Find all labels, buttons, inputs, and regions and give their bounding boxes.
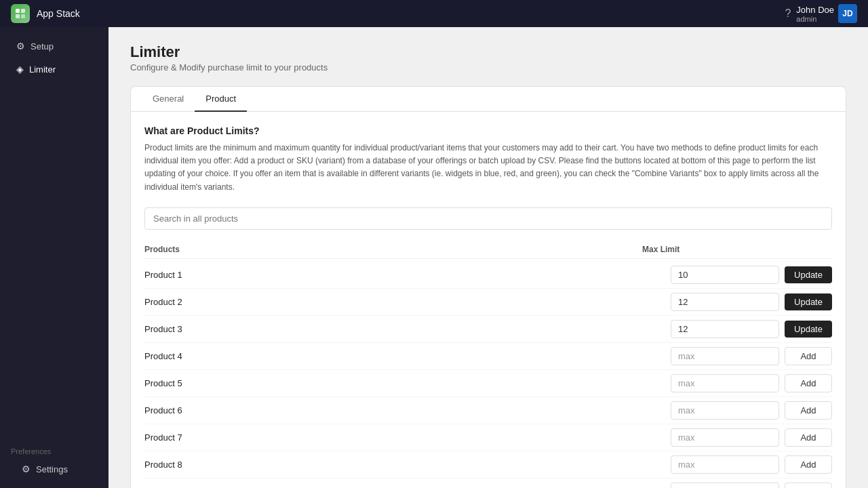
app-name: App Stack (37, 8, 80, 19)
product-name: Product 6 (144, 405, 671, 415)
table-header: Products Max Limit (144, 241, 832, 259)
product-name: Product 8 (144, 460, 671, 470)
max-limit-input[interactable] (671, 293, 779, 311)
page-title: Limiter (130, 43, 846, 61)
update-button[interactable]: Update (785, 293, 832, 310)
product-name: Product 7 (144, 432, 671, 443)
svg-rect-1 (21, 9, 25, 13)
svg-rect-2 (16, 14, 20, 18)
help-button[interactable]: ? (785, 7, 791, 20)
app-icon (11, 4, 30, 23)
main-content: Limiter Configure & Modify purchase limi… (108, 27, 868, 488)
avatar: JD (838, 4, 857, 23)
svg-rect-3 (21, 14, 25, 18)
product-name: Product 1 (144, 270, 671, 280)
sidebar-item-label: Setup (31, 41, 54, 52)
max-limit-input[interactable] (671, 266, 779, 284)
tab-general[interactable]: General (142, 87, 195, 112)
add-button[interactable]: Add (785, 374, 832, 392)
product-name: Product 4 (144, 351, 671, 361)
table-row: Product 6Add (144, 397, 832, 424)
col-products-header: Products (144, 245, 642, 254)
sidebar-section-label: Preferences (5, 447, 103, 458)
sidebar-bottom: Preferences ⚙ Settings (0, 447, 108, 480)
add-button[interactable]: Add (785, 347, 832, 365)
product-name: Product 3 (144, 324, 671, 334)
topbar-left: App Stack (11, 4, 80, 23)
topbar: App Stack ? John Doe admin JD (0, 0, 868, 27)
table-row: Product 2Update (144, 289, 832, 316)
user-name: John Doe (796, 5, 834, 15)
sidebar-item-setup[interactable]: ⚙ Setup (5, 35, 103, 57)
setup-icon: ⚙ (16, 41, 25, 52)
add-button[interactable]: Add (785, 483, 832, 488)
table-row: Product 5Add (144, 370, 832, 397)
add-button[interactable]: Add (785, 401, 832, 420)
table-row: Product 4Add (144, 343, 832, 370)
max-limit-input[interactable] (671, 455, 779, 474)
table-row: Product 3Update (144, 316, 832, 343)
add-button[interactable]: Add (785, 455, 832, 474)
limiter-icon: ◈ (16, 64, 24, 75)
sidebar-item-settings[interactable]: ⚙ Settings (11, 458, 98, 480)
user-role: admin (796, 15, 834, 23)
section-title: What are Product Limits? (144, 125, 832, 136)
max-limit-input[interactable] (671, 374, 779, 392)
table-row: Product 7Add (144, 424, 832, 451)
content-card: General Product What are Product Limits?… (130, 86, 846, 488)
table-row: Product 8Add (144, 451, 832, 479)
sidebar-item-label: Limiter (29, 64, 56, 75)
tabs: General Product (131, 87, 846, 112)
sidebar-item-limiter[interactable]: ◈ Limiter (5, 58, 103, 80)
product-name: Product 5 (144, 378, 671, 388)
svg-rect-0 (16, 9, 20, 13)
max-limit-input[interactable] (671, 428, 779, 447)
table-body: Product 1UpdateProduct 2UpdateProduct 3U… (144, 262, 832, 488)
col-action-header (778, 245, 832, 254)
topbar-right: ? John Doe admin JD (785, 4, 857, 23)
tab-product[interactable]: Product (195, 87, 247, 112)
table-row: Product 9Add (144, 479, 832, 488)
user-info: John Doe admin JD (796, 4, 857, 23)
update-button[interactable]: Update (785, 266, 832, 283)
max-limit-input[interactable] (671, 401, 779, 420)
add-button[interactable]: Add (785, 428, 832, 447)
max-limit-input[interactable] (671, 320, 779, 338)
sidebar-item-label: Settings (36, 464, 68, 474)
product-name: Product 2 (144, 297, 671, 307)
sidebar-nav: ⚙ Setup ◈ Limiter (0, 35, 108, 80)
col-maxlimit-header: Max Limit (642, 245, 778, 254)
update-button[interactable]: Update (785, 321, 832, 338)
products-table: Products Max Limit Product 1UpdateProduc… (144, 241, 832, 488)
search-input[interactable] (144, 207, 832, 230)
table-row: Product 1Update (144, 262, 832, 289)
settings-icon: ⚙ (22, 464, 31, 474)
card-body: What are Product Limits? Product limits … (131, 112, 846, 488)
max-limit-input[interactable] (671, 347, 779, 365)
max-limit-input[interactable] (671, 483, 779, 488)
sidebar: ⚙ Setup ◈ Limiter Preferences ⚙ Settings (0, 27, 108, 488)
section-description: Product limits are the minimum and maxim… (144, 142, 832, 194)
page-subtitle: Configure & Modify purchase limit to you… (130, 62, 846, 73)
